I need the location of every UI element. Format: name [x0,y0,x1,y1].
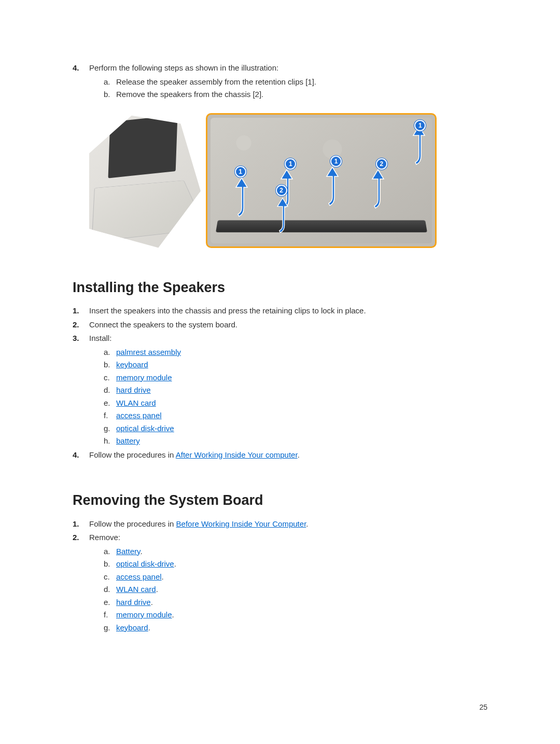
sub-letter: b. [104,359,110,371]
sub-letter: a. [104,76,110,88]
list-item: e.hard drive. [104,597,487,609]
list-item: a.Battery. [104,546,487,558]
step-text: Insert the speakers into the chassis and… [89,306,366,315]
sub-letter: g. [104,622,110,634]
sub-letter: b. [104,89,110,101]
callout-marker-1: 1 [330,156,342,167]
list-item: g.optical disk-drive [104,423,487,435]
before-working-inside-link[interactable]: Before Working Inside Your Computer [176,519,306,528]
install-sublist: a.palmrest assembly b.keyboard c.memory … [89,347,487,447]
list-item: g.keyboard. [104,622,487,634]
list-item: c.memory module [104,372,487,384]
palmrest-assembly-link[interactable]: palmrest assembly [116,348,181,356]
list-item: e.WLAN card [104,397,487,409]
keyboard-link[interactable]: keyboard [116,623,148,632]
closeup-panel: 1 1 1 2 1 2 [206,113,437,248]
callout-marker-2: 2 [276,185,287,196]
install-step-2: 2. Connect the speakers to the system bo… [73,319,487,331]
period: . [174,559,176,568]
sub-letter: b. [104,558,110,570]
sub-letter: a. [104,546,110,558]
sub-letter: h. [104,435,110,447]
list-item: d.WLAN card. [104,584,487,596]
step-number: 1. [73,518,79,530]
period: . [148,623,150,632]
step-4: 4. Perform the following steps as shown … [73,62,487,101]
access-panel-link[interactable]: access panel [116,411,162,420]
battery-link[interactable]: Battery [116,547,140,556]
step-4-sublist: a. Release the speaker assembly from the… [89,76,487,101]
wlan-card-link[interactable]: WLAN card [116,398,156,407]
list-item: a.palmrest assembly [104,347,487,359]
step-number: 4. [73,62,79,74]
sub-text: Release the speaker assembly from the re… [116,77,316,86]
memory-module-link[interactable]: memory module [116,610,172,619]
step-number: 1. [73,305,79,317]
sub-letter: c. [104,372,110,384]
sub-letter: f. [104,410,108,422]
callout-marker-1: 1 [414,120,426,131]
wlan-card-link[interactable]: WLAN card [116,585,156,594]
memory-module-link[interactable]: memory module [116,373,172,382]
list-item: f.memory module. [104,609,487,621]
step-number: 2. [73,532,79,544]
sub-letter: a. [104,347,110,359]
sub-letter: e. [104,597,110,609]
install-step-3: 3. Install: a.palmrest assembly b.keyboa… [73,333,487,447]
period: . [140,547,142,556]
step-text-pre: Follow the procedures in [89,519,176,528]
speaker-removal-illustration: 1 1 1 2 1 2 [89,113,437,248]
list-item: f.access panel [104,410,487,422]
install-step-1: 1. Insert the speakers into the chassis … [73,305,487,317]
remove-sublist: a.Battery. b.optical disk-drive. c.acces… [89,546,487,634]
speaker-bar-graphic [216,221,427,232]
callout-marker-2: 2 [376,158,387,170]
sub-letter: g. [104,423,110,435]
callout-marker-1: 1 [235,166,246,177]
list-item: c.access panel. [104,571,487,583]
list-item: d.hard drive [104,384,487,396]
period: . [162,572,164,581]
hard-drive-link[interactable]: hard drive [116,385,151,394]
step-4b: b. Remove the speakers from the chassis … [104,89,487,101]
access-panel-link[interactable]: access panel [116,572,162,581]
after-working-inside-link[interactable]: After Working Inside Your computer [176,450,298,459]
sub-letter: d. [104,384,110,396]
page-number: 25 [479,702,487,713]
list-item: h.battery [104,435,487,447]
battery-link[interactable]: battery [116,436,140,445]
step-text-post: . [298,450,300,459]
remove-steps-list: 1. Follow the procedures in Before Worki… [73,518,487,634]
removing-system-board-heading: Removing the System Board [73,490,487,511]
step-4a: a. Release the speaker assembly from the… [104,76,487,88]
step-text: Perform the following steps as shown in … [89,63,278,72]
optical-disk-drive-link[interactable]: optical disk-drive [116,424,174,433]
step-text-pre: Follow the procedures in [89,450,176,459]
step-text: Remove: [89,533,120,542]
sub-letter: d. [104,584,110,596]
list-item: b.keyboard [104,359,487,371]
step-number: 4. [73,449,79,461]
period: . [156,585,158,594]
step-number: 3. [73,333,79,345]
sub-text: Remove the speakers from the chassis [2]… [116,90,263,99]
period: . [172,610,174,619]
install-step-4: 4. Follow the procedures in After Workin… [73,449,487,461]
remove-step-2: 2. Remove: a.Battery. b.optical disk-dri… [73,532,487,633]
keyboard-link[interactable]: keyboard [116,360,148,369]
step-number: 2. [73,319,79,331]
step-text: Install: [89,334,111,342]
step-text: Connect the speakers to the system board… [89,320,237,329]
installing-speakers-heading: Installing the Speakers [73,277,487,298]
period: . [151,598,153,607]
install-steps-list: 1. Insert the speakers into the chassis … [73,305,487,461]
sub-letter: e. [104,397,110,409]
list-item: b.optical disk-drive. [104,558,487,570]
top-step-list: 4. Perform the following steps as shown … [73,62,487,101]
sub-letter: c. [104,571,110,583]
hard-drive-link[interactable]: hard drive [116,598,151,607]
laptop-overview-panel [89,113,201,248]
sub-letter: f. [104,609,108,621]
optical-disk-drive-link[interactable]: optical disk-drive [116,559,174,568]
step-text-post: . [306,519,308,528]
